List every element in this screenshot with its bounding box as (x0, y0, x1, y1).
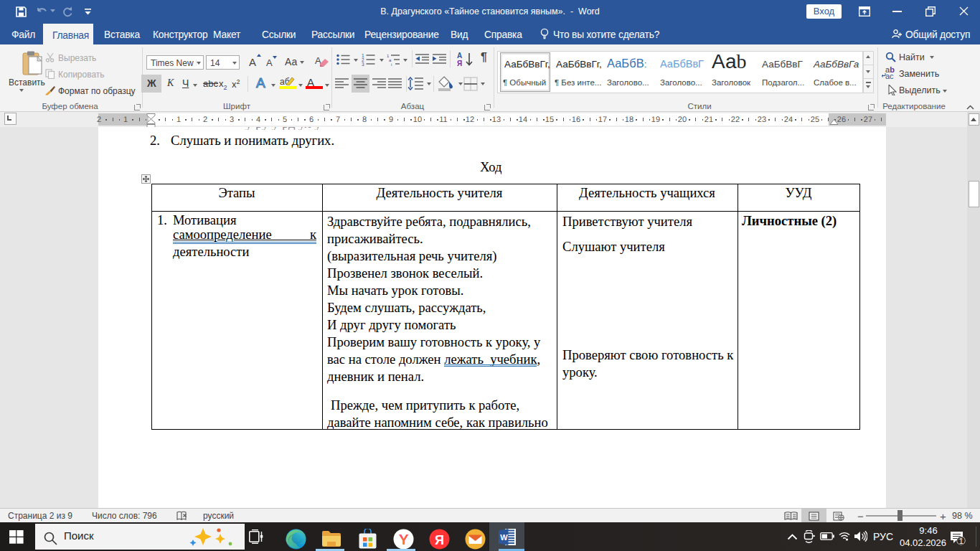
svg-text:W: W (500, 533, 508, 542)
svg-text:i: i (391, 62, 392, 67)
svg-text:Я: Я (435, 533, 444, 547)
svg-text:3: 3 (362, 62, 364, 67)
svg-text:Y: Y (399, 531, 409, 547)
svg-text:1: 1 (959, 537, 963, 545)
